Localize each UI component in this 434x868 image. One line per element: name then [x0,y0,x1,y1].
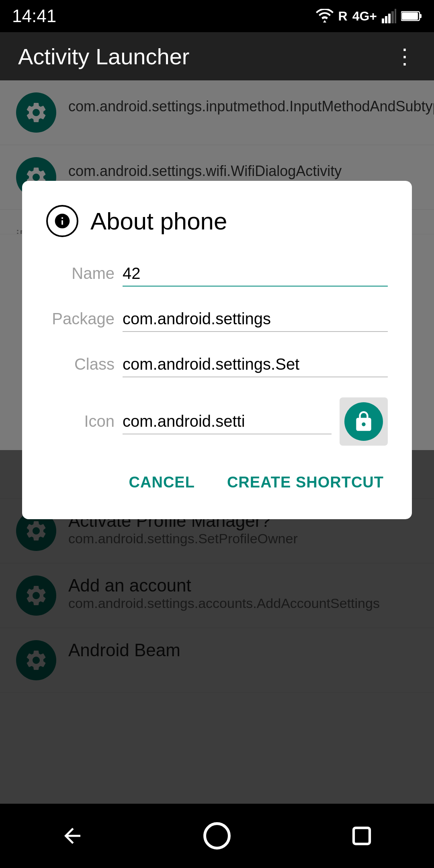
svg-rect-1 [385,16,387,23]
signal-icon [382,9,396,23]
dialog-actions: CANCEL CREATE SHORTCUT [46,466,388,499]
icon-field-row: Icon [46,397,388,446]
class-input[interactable] [123,352,388,377]
info-icon-circle [46,205,78,237]
icon-picker-button[interactable] [340,397,388,446]
network-type: 4G+ [352,9,377,24]
cancel-button[interactable]: CANCEL [125,466,199,499]
shortcut-dialog: About phone Name Package Class Icon [22,181,412,519]
menu-button[interactable]: ⋮ [394,46,416,67]
dialog-header: About phone [46,205,388,237]
status-bar: 14:41 R 4G+ [0,0,434,32]
battery-icon [401,10,422,22]
lock-icon-circle [344,402,383,441]
nav-back-button[interactable] [56,820,88,852]
status-time: 14:41 [12,6,56,26]
back-arrow-icon [60,824,84,848]
info-icon [53,212,71,230]
class-field-row: Class [46,352,388,377]
name-input[interactable] [123,261,388,287]
bottom-nav [0,804,434,868]
svg-rect-6 [420,14,422,18]
class-label: Class [46,355,115,373]
wifi-icon [316,9,334,23]
svg-point-8 [205,824,229,848]
svg-rect-2 [388,14,391,23]
name-label: Name [46,264,115,283]
svg-rect-3 [391,11,394,23]
svg-rect-9 [354,828,370,844]
page-title: Activity Launcher [18,43,189,70]
package-input[interactable] [123,307,388,332]
icon-label: Icon [46,412,115,430]
package-label: Package [46,310,115,328]
lock-icon [352,410,375,433]
app-toolbar: Activity Launcher ⋮ [0,32,434,80]
svg-rect-7 [402,12,418,20]
dialog-title: About phone [90,207,227,235]
r-badge: R [338,9,348,24]
icon-field-group [123,397,388,446]
icon-input[interactable] [123,409,332,434]
package-field-row: Package [46,307,388,332]
nav-home-button[interactable] [201,820,233,852]
svg-rect-0 [382,18,384,23]
create-shortcut-button[interactable]: CREATE SHORTCUT [223,466,388,499]
home-circle-icon [203,821,231,850]
svg-rect-4 [395,9,396,23]
status-icons: R 4G+ [316,9,422,24]
recent-square-icon [350,824,374,848]
name-field-row: Name [46,261,388,287]
nav-recent-button[interactable] [346,820,378,852]
